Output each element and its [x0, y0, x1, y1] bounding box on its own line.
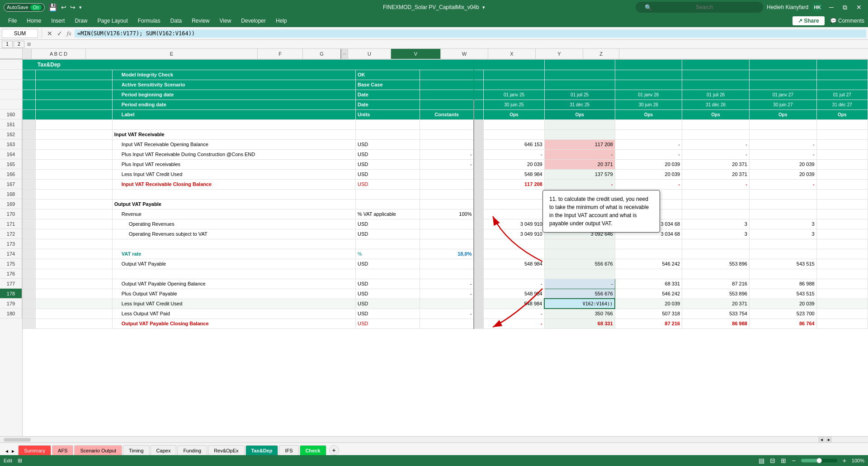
row163-v[interactable]: -	[544, 149, 615, 159]
constants-cell[interactable]: Constants	[420, 109, 474, 119]
output-vat-header[interactable]: Output VAT Payable	[112, 199, 355, 209]
row176-u[interactable]: -	[484, 279, 545, 289]
row176-x[interactable]: 87 216	[682, 279, 750, 289]
row174-w[interactable]: 546 242	[615, 259, 682, 269]
ops-w[interactable]: Ops	[615, 109, 682, 119]
row-num-174[interactable]: 174	[0, 249, 22, 259]
row-num-163[interactable]: 163	[0, 139, 22, 149]
period-v-end[interactable]: 31 déc 25	[544, 100, 615, 109]
row165-w[interactable]: 20 039	[615, 169, 682, 179]
ops-z[interactable]: Ops	[816, 109, 868, 119]
col-header-w[interactable]: W	[441, 49, 488, 59]
menu-view[interactable]: View	[215, 16, 236, 25]
scroll-left-btn[interactable]: ◂	[818, 437, 825, 443]
col-header-z[interactable]: Z	[583, 49, 619, 59]
row170-u[interactable]: 3 049 910	[484, 219, 545, 229]
row177-y[interactable]: 543 515	[749, 289, 816, 299]
view-break-icon[interactable]: ⊞	[781, 457, 786, 464]
row171-y[interactable]: 3	[749, 229, 816, 239]
search-input[interactable]	[655, 3, 754, 12]
row174-x[interactable]: 553 896	[682, 259, 750, 269]
label-cell[interactable]: Label	[112, 109, 355, 119]
row171-unit[interactable]: USD	[355, 229, 420, 239]
menu-help[interactable]: Help	[271, 16, 292, 25]
zoom-level[interactable]: 100%	[852, 458, 864, 463]
row180-u[interactable]: -	[484, 319, 545, 328]
row164-label[interactable]: Plus Input VAT receivables	[112, 159, 355, 169]
row162-label[interactable]: Input VAT Receivable Opening Balance	[112, 139, 355, 149]
row177-u[interactable]: 548 984	[484, 289, 545, 299]
share-button[interactable]: ↗ Share	[793, 16, 825, 25]
row-num-167[interactable]: 167	[0, 179, 22, 189]
tab-scroll-left[interactable]: ◂	[4, 447, 10, 455]
row179-w[interactable]: 507 318	[615, 309, 682, 319]
row-num-165[interactable]: 165	[0, 159, 22, 169]
zoom-slider[interactable]	[801, 459, 837, 462]
zoom-in-icon[interactable]: +	[843, 457, 846, 464]
row164-g[interactable]: -	[420, 159, 474, 169]
col-header-v[interactable]: V	[391, 49, 441, 59]
row-num-169[interactable]: 169	[0, 199, 22, 209]
row165-unit[interactable]: USD	[355, 169, 420, 179]
tab-funding[interactable]: Funding	[177, 445, 207, 455]
name-box[interactable]	[2, 29, 38, 38]
row180-label[interactable]: Output VAT Payable Closing Balance	[112, 319, 355, 328]
row180-y[interactable]: 86 764	[749, 319, 816, 328]
row179-x[interactable]: 533 754	[682, 309, 750, 319]
row165-v[interactable]: 137 579	[544, 169, 615, 179]
period-w-begin[interactable]: 01 janv 26	[615, 90, 682, 100]
row177-g[interactable]: -	[420, 289, 474, 299]
menu-draw[interactable]: Draw	[70, 16, 92, 25]
row170-y[interactable]: 3	[749, 219, 816, 229]
row178-v-active[interactable]: V162:V164))	[544, 299, 615, 309]
row164-x[interactable]: 20 371	[682, 159, 750, 169]
ops-x[interactable]: Ops	[682, 109, 750, 119]
row179-unit[interactable]: USD	[355, 309, 420, 319]
row180-w[interactable]: 87 216	[615, 319, 682, 328]
row164-y[interactable]: 20 039	[749, 159, 816, 169]
period-z-begin[interactable]: 01 juil 27	[816, 90, 868, 100]
row162-v[interactable]: 117 208	[544, 139, 615, 149]
row180-v[interactable]: 68 331	[544, 319, 615, 328]
comments-button[interactable]: 💬 Comments	[830, 18, 864, 24]
menu-insert[interactable]: Insert	[47, 16, 69, 25]
row-num-162[interactable]: 162	[0, 129, 22, 139]
row177-w[interactable]: 546 242	[615, 289, 682, 299]
row173-unit[interactable]: %	[355, 249, 420, 259]
row179-v[interactable]: 350 766	[544, 309, 615, 319]
menu-developer[interactable]: Developer	[236, 16, 270, 25]
tab-ifs[interactable]: IFS	[279, 445, 298, 455]
row179-g[interactable]: -	[420, 309, 474, 319]
row177-x[interactable]: 553 896	[682, 289, 750, 299]
tab-afs[interactable]: AFS	[52, 445, 73, 455]
period-u-begin[interactable]: 01 janv 25	[484, 90, 545, 100]
row170-x[interactable]: 3	[682, 219, 750, 229]
tab-check[interactable]: Check	[300, 445, 326, 455]
units-cell[interactable]: Units	[355, 109, 420, 119]
zoom-thumb[interactable]	[816, 458, 822, 463]
row180-unit[interactable]: USD	[355, 319, 420, 328]
add-sheet-button[interactable]: +	[329, 445, 339, 455]
menu-review[interactable]: Review	[187, 16, 214, 25]
row177-v[interactable]: 556 676	[544, 289, 615, 299]
row-num-172[interactable]: 172	[0, 229, 22, 239]
row-num-171[interactable]: 171	[0, 219, 22, 229]
row162-y[interactable]: -	[749, 139, 816, 149]
zoom-out-icon[interactable]: −	[792, 457, 795, 464]
redo-icon[interactable]: ↪	[70, 4, 75, 11]
period-w-end[interactable]: 30 juin 26	[615, 100, 682, 109]
menu-home[interactable]: Home	[22, 16, 46, 25]
row177-unit[interactable]: USD	[355, 289, 420, 299]
view-layout-icon[interactable]: ⊟	[770, 457, 775, 464]
row166-unit[interactable]: USD	[355, 179, 420, 189]
row171-x[interactable]: 3	[682, 229, 750, 239]
row-num-175[interactable]: 175	[0, 259, 22, 269]
row174-u[interactable]: 548 984	[484, 259, 545, 269]
row165-u[interactable]: 548 984	[484, 169, 545, 179]
row178-label[interactable]: Less Input VAT Credit Used	[112, 299, 355, 309]
scenario-label-cell[interactable]: Active Sensitivity Scenario	[112, 80, 355, 90]
row-num-176[interactable]: 176	[0, 269, 22, 279]
row165-y[interactable]: 20 039	[749, 169, 816, 179]
row165-label[interactable]: Less Input VAT Credit Used	[112, 169, 355, 179]
row179-u[interactable]: -	[484, 309, 545, 319]
